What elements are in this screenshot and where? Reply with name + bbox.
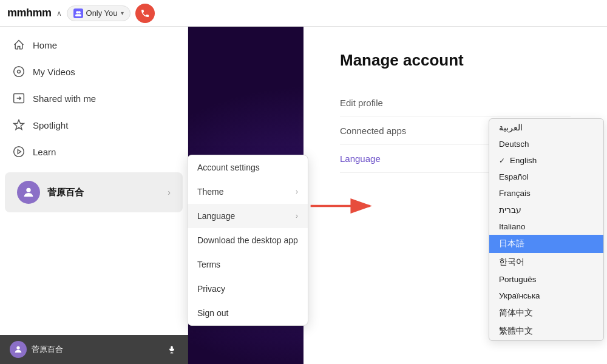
lang-hebrew[interactable]: עברית [489,201,603,218]
lang-italiano[interactable]: Italiano [489,218,603,235]
svg-marker-7 [14,120,24,130]
sidebar-spotlight-label: Spotlight [33,120,68,130]
manage-account-title: Manage account [340,51,464,70]
lang-espanol[interactable]: Español [489,169,603,185]
audience-chevron: ▾ [121,10,124,16]
lang-english[interactable]: English [489,152,603,169]
sidebar-nav: Home My Videos Shared [0,27,188,170]
lang-simplified-chinese[interactable]: 简体中文 [489,304,603,322]
presenter-avatar [10,341,27,358]
sidebar-user-profile[interactable]: 菅原百合 › [5,172,183,212]
lang-korean[interactable]: 한국어 [489,253,603,271]
audience-label: Only You [86,8,118,18]
avatar [17,181,40,204]
sidebar-user-name: 菅原百合 [47,187,160,198]
sidebar-item-shared[interactable]: Shared with me [0,85,188,112]
app-logo: mmhmm [7,7,52,19]
svg-point-1 [78,11,80,13]
lang-ukrainian[interactable]: Українська [489,288,603,304]
menu-download-desktop[interactable]: Download the desktop app [188,228,308,252]
mic-icon [165,343,178,356]
sidebar-item-home[interactable]: Home [0,32,188,58]
learn-icon [12,145,25,158]
home-icon [12,38,25,52]
sidebar-item-my-videos[interactable]: My Videos [0,58,188,85]
menu-terms[interactable]: Terms [188,252,308,277]
menu-privacy[interactable]: Privacy [188,277,308,301]
lang-traditional-chinese[interactable]: 繁體中文 [489,322,603,340]
sidebar: Home My Videos Shared [0,27,188,364]
sidebar-learn-label: Learn [33,147,56,157]
end-call-button[interactable] [135,4,155,23]
lang-arabic[interactable]: العربية [489,119,603,136]
spotlight-icon [12,118,25,132]
arrow-indicator [307,194,379,218]
manage-edit-profile[interactable]: Edit profile [340,89,571,117]
menu-language[interactable]: Language › [188,204,308,228]
language-dropdown: العربية Deutsch English Español Français… [489,118,604,341]
language-chevron-icon: › [296,212,298,220]
sidebar-home-label: Home [33,40,57,50]
lang-francais[interactable]: Français [489,185,603,201]
svg-marker-9 [18,150,21,154]
lang-deutsch[interactable]: Deutsch [489,136,603,152]
menu-account-settings[interactable]: Account settings [188,155,308,180]
presenter-bar: 菅原百合 [0,335,188,364]
audience-icon [73,8,83,18]
account-menu-dropdown: Account settings Theme › Language › Down… [187,155,308,326]
svg-point-4 [14,67,24,77]
menu-sign-out[interactable]: Sign out [188,301,308,325]
topbar-caret: ∧ [56,9,62,18]
svg-point-8 [14,147,24,157]
sidebar-item-learn[interactable]: Learn [0,138,188,165]
sidebar-item-spotlight[interactable]: Spotlight [0,112,188,138]
theme-chevron-icon: › [296,187,298,196]
lang-portuguese[interactable]: Português [489,271,603,288]
sidebar-my-videos-label: My Videos [33,67,75,77]
presenter-name: 菅原百合 [32,344,160,355]
my-videos-icon [12,65,25,78]
lang-japanese[interactable]: 日本語 [489,235,603,253]
audience-pill[interactable]: Only You ▾ [67,5,131,21]
svg-point-5 [18,70,21,73]
topbar: mmhmm ∧ Only You ▾ [0,0,607,27]
sidebar-user-chevron-icon: › [168,187,171,197]
svg-point-11 [16,346,19,349]
menu-theme[interactable]: Theme › [188,180,308,204]
svg-point-10 [26,188,30,192]
sidebar-shared-label: Shared with me [33,93,96,104]
shared-icon [12,92,25,105]
